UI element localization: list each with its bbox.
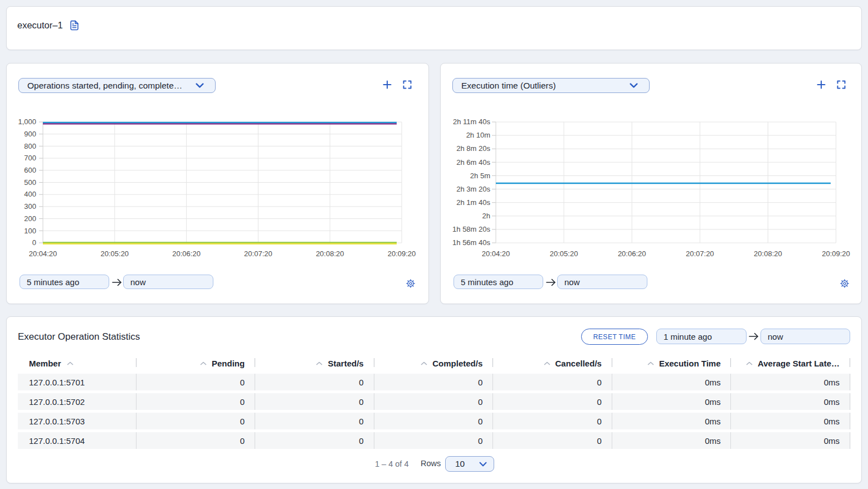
svg-text:20:04:20: 20:04:20	[29, 250, 57, 258]
svg-text:20:06:20: 20:06:20	[172, 250, 201, 258]
svg-text:20:07:20: 20:07:20	[686, 250, 714, 258]
svg-text:600: 600	[24, 166, 36, 174]
svg-text:1h 56m 40s: 1h 56m 40s	[452, 238, 490, 247]
svg-text:20:08:20: 20:08:20	[316, 250, 344, 258]
svg-text:20:04:20: 20:04:20	[482, 250, 510, 258]
svg-text:2h 1m 40s: 2h 1m 40s	[456, 198, 490, 207]
svg-text:100: 100	[24, 227, 36, 235]
svg-text:2h 11m 40s: 2h 11m 40s	[453, 118, 490, 126]
svg-text:20:09:20: 20:09:20	[388, 250, 416, 258]
svg-text:2h 3m 20s: 2h 3m 20s	[456, 185, 490, 193]
svg-text:0: 0	[32, 238, 36, 247]
svg-text:900: 900	[24, 130, 36, 138]
svg-text:2h 6m 40s: 2h 6m 40s	[456, 158, 490, 167]
svg-text:20:05:20: 20:05:20	[100, 250, 129, 258]
svg-text:2h 10m: 2h 10m	[466, 131, 490, 139]
svg-text:20:08:20: 20:08:20	[754, 250, 782, 258]
svg-text:20:05:20: 20:05:20	[550, 250, 578, 258]
svg-text:20:07:20: 20:07:20	[244, 250, 272, 258]
svg-text:2h: 2h	[482, 212, 490, 220]
svg-text:20:06:20: 20:06:20	[618, 250, 646, 258]
svg-text:20:09:20: 20:09:20	[822, 250, 850, 258]
svg-text:500: 500	[24, 178, 36, 187]
svg-text:400: 400	[24, 190, 36, 198]
svg-text:200: 200	[24, 214, 36, 223]
svg-text:1h 58m 20s: 1h 58m 20s	[452, 225, 490, 233]
svg-text:2h 8m 20s: 2h 8m 20s	[456, 144, 490, 153]
svg-text:800: 800	[24, 142, 36, 150]
svg-text:300: 300	[24, 202, 36, 211]
svg-text:1,000: 1,000	[18, 118, 36, 126]
svg-text:2h 5m: 2h 5m	[470, 172, 490, 180]
svg-text:700: 700	[24, 154, 36, 162]
